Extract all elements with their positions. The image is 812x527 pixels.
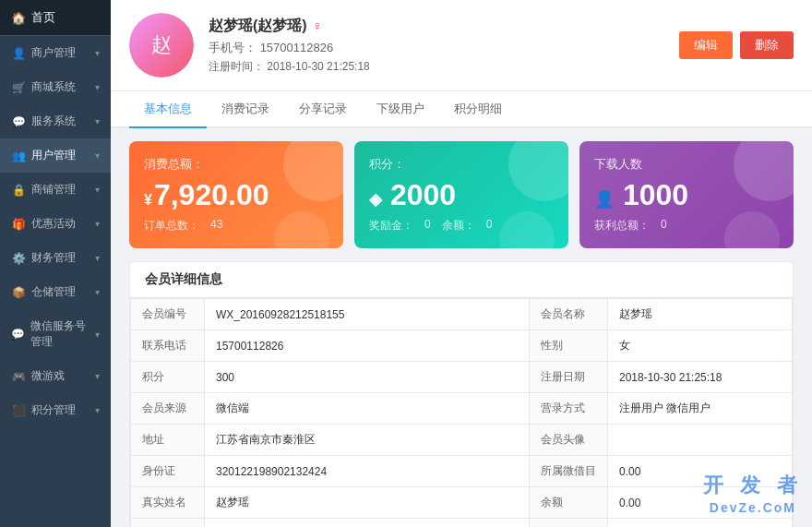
sidebar-item-promo[interactable]: 🎁 优惠活动 ▾ bbox=[0, 207, 111, 241]
table-row: 真实姓名 赵梦瑶 余额 0.00 bbox=[131, 487, 793, 519]
sidebar-item-game[interactable]: 🎮 微游戏 ▾ bbox=[0, 359, 111, 393]
value-cell: 女 bbox=[608, 330, 793, 362]
phone-label: 手机号： bbox=[209, 41, 257, 54]
profile-reg: 注册时间： 2018-10-30 21:25:18 bbox=[209, 59, 664, 75]
sidebar-item-finance[interactable]: ⚙️ 财务管理 ▾ bbox=[0, 241, 111, 275]
tab-basic[interactable]: 基本信息 bbox=[129, 91, 207, 128]
avatar: 赵 bbox=[129, 13, 194, 78]
referral-amount: 1000 bbox=[623, 178, 688, 211]
detail-section: 会员详细信息 会员编号 WX_20160928212518155 会员名称 赵梦… bbox=[129, 261, 794, 527]
chevron-icon: ▾ bbox=[95, 185, 100, 195]
value-cell: WX_20160928212518155 bbox=[205, 299, 530, 330]
value-cell bbox=[608, 519, 793, 528]
points-icon-display: ◈ bbox=[369, 190, 382, 209]
value-cell: 0.00 bbox=[608, 487, 793, 519]
wechat-icon: 💬 bbox=[11, 327, 25, 341]
stats-row: 消费总额： ¥7,920.00 订单总数：43 积分： ◈ 2000 奖励金：0 bbox=[111, 128, 812, 261]
edit-button[interactable]: 编辑 bbox=[679, 31, 733, 59]
label-cell: 所属微借目 bbox=[530, 456, 608, 487]
sidebar-item-merchant[interactable]: 👤 商户管理 ▾ bbox=[0, 36, 111, 70]
referral-icon-display: 👤 bbox=[594, 190, 615, 209]
value-cell: 320122198902132424 bbox=[205, 456, 530, 487]
profile-phone: 手机号： 15700112826 bbox=[209, 40, 664, 56]
label-cell: 积分 bbox=[131, 362, 205, 393]
stat-label-points: 积分： bbox=[369, 156, 554, 173]
tab-sub-users[interactable]: 下级用户 bbox=[362, 91, 439, 128]
sidebar-item-user[interactable]: 👥 用户管理 ▾ bbox=[0, 138, 111, 173]
table-row: 身份证 320122198902132424 所属微借目 0.00 bbox=[131, 456, 793, 487]
home-icon: 🏠 bbox=[11, 11, 26, 25]
stat-sub-points: 奖励金：0 余额：0 bbox=[369, 218, 554, 234]
sidebar-label-warehouse: 仓储管理 bbox=[31, 284, 76, 300]
profile-header: 赵 赵梦瑶(赵梦瑶) ♀ 手机号： 15700112826 注册时间： 2018… bbox=[111, 0, 812, 91]
label-cell: 奖励金 bbox=[530, 519, 608, 528]
sidebar-home-label: 首页 bbox=[31, 9, 55, 26]
sidebar-label-business: 商铺管理 bbox=[31, 182, 76, 198]
value-cell: 注册用户 微信用户 bbox=[608, 393, 793, 425]
user-icon: 👥 bbox=[11, 149, 26, 163]
shop-icon: 🛒 bbox=[11, 80, 26, 95]
phone-value: 15700112826 bbox=[260, 41, 334, 54]
detail-section-title: 会员详细信息 bbox=[130, 262, 793, 298]
label-cell: 生日 bbox=[131, 519, 205, 528]
label-cell: 会员头像 bbox=[530, 425, 608, 456]
sidebar-item-shop[interactable]: 🛒 商城系统 ▾ bbox=[0, 70, 111, 104]
label-cell: 营录方式 bbox=[530, 393, 608, 425]
sidebar-label-promo: 优惠活动 bbox=[31, 216, 76, 232]
delete-button[interactable]: 删除 bbox=[740, 31, 794, 59]
chevron-icon: ▾ bbox=[95, 82, 100, 92]
points-icon: ⬛ bbox=[11, 403, 26, 418]
sidebar-label-game: 微游戏 bbox=[31, 368, 65, 384]
stat-card-consume: 消费总额： ¥7,920.00 订单总数：43 bbox=[129, 141, 343, 248]
sidebar-item-points[interactable]: ⬛ 积分管理 ▾ bbox=[0, 393, 111, 427]
value-cell: 赵梦瑶 bbox=[205, 487, 530, 519]
order-count-label: 订单总数： bbox=[144, 218, 199, 234]
tab-points-detail[interactable]: 积分明细 bbox=[439, 91, 517, 128]
service-icon: 💬 bbox=[11, 114, 26, 129]
table-row: 积分 300 注册日期 2018-10-30 21:25:18 bbox=[131, 362, 793, 393]
chevron-icon: ▾ bbox=[95, 405, 100, 415]
balance-value: 0 bbox=[486, 218, 493, 234]
value-cell: 15700112826 bbox=[205, 330, 530, 362]
content-area: 消费总额： ¥7,920.00 订单总数：43 积分： ◈ 2000 奖励金：0 bbox=[111, 128, 812, 527]
label-cell: 身份证 bbox=[131, 456, 205, 487]
finance-icon: ⚙️ bbox=[11, 251, 26, 266]
table-row: 联系电话 15700112826 性别 女 bbox=[131, 330, 793, 362]
label-cell: 注册日期 bbox=[530, 362, 608, 393]
chevron-icon: ▾ bbox=[95, 150, 100, 161]
label-cell: 余额 bbox=[530, 487, 608, 519]
game-icon: 🎮 bbox=[11, 369, 26, 384]
value-cell: 微信端 bbox=[205, 393, 530, 425]
profit-value: 0 bbox=[661, 218, 667, 234]
chevron-icon: ▾ bbox=[95, 48, 100, 58]
value-cell: 09-02 bbox=[205, 519, 530, 528]
table-row: 会员编号 WX_20160928212518155 会员名称 赵梦瑶 bbox=[131, 299, 793, 330]
profile-actions: 编辑 删除 bbox=[679, 31, 794, 59]
value-cell: 2018-10-30 21:25:18 bbox=[608, 362, 793, 393]
stat-sub-referrals: 获利总额：0 bbox=[594, 218, 779, 234]
chevron-icon: ▾ bbox=[95, 219, 100, 229]
tab-share[interactable]: 分享记录 bbox=[284, 91, 362, 128]
sidebar-item-warehouse[interactable]: 📦 仓储管理 ▾ bbox=[0, 275, 111, 309]
tab-consume[interactable]: 消费记录 bbox=[207, 91, 284, 128]
stat-label-consume: 消费总额： bbox=[144, 156, 328, 173]
value-cell: 江苏省南京市秦淮区 bbox=[205, 425, 530, 456]
label-cell: 地址 bbox=[131, 425, 205, 456]
label-cell: 性别 bbox=[530, 330, 608, 362]
currency-icon: ¥ bbox=[144, 192, 152, 208]
sidebar-label-finance: 财务管理 bbox=[31, 250, 76, 266]
sidebar-item-business[interactable]: 🔒 商铺管理 ▾ bbox=[0, 173, 111, 207]
table-row: 生日 09-02 奖励金 bbox=[131, 519, 793, 528]
promo-icon: 🎁 bbox=[11, 217, 26, 232]
chevron-icon: ▾ bbox=[95, 371, 100, 381]
order-count-value: 43 bbox=[210, 218, 222, 234]
sidebar-item-service[interactable]: 💬 服务系统 ▾ bbox=[0, 104, 111, 138]
sidebar-header[interactable]: 🏠 首页 bbox=[0, 0, 111, 36]
value-cell: 300 bbox=[205, 362, 530, 393]
stat-card-points: 积分： ◈ 2000 奖励金：0 余额：0 bbox=[354, 141, 568, 248]
tabs-bar: 基本信息 消费记录 分享记录 下级用户 积分明细 bbox=[111, 91, 812, 128]
reg-value: 2018-10-30 21:25:18 bbox=[267, 60, 369, 73]
main-area: 赵 赵梦瑶(赵梦瑶) ♀ 手机号： 15700112826 注册时间： 2018… bbox=[111, 0, 812, 527]
chevron-icon: ▾ bbox=[95, 329, 100, 340]
sidebar-item-wechat[interactable]: 💬 微信服务号管理 ▾ bbox=[0, 309, 111, 359]
